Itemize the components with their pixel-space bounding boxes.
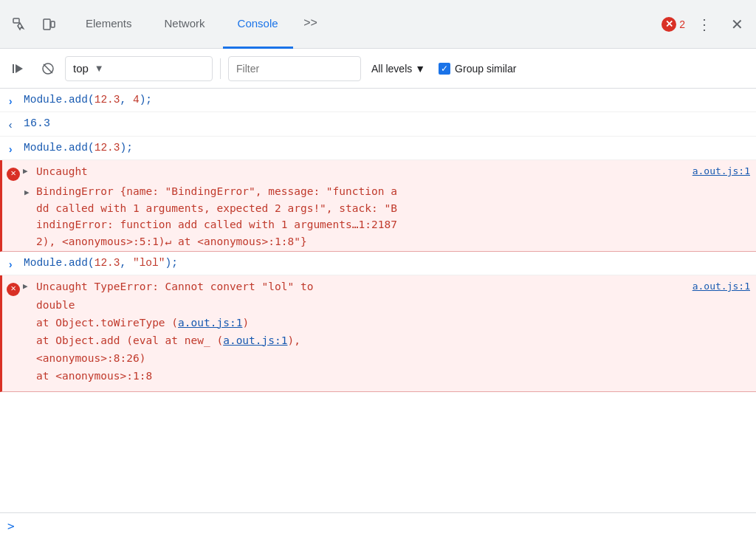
error-source-link-1[interactable]: a.out.js:1 bbox=[693, 164, 750, 179]
svg-rect-2 bbox=[51, 21, 55, 27]
console-input-text: Module.add(12.3, 4); bbox=[24, 92, 750, 109]
console-input-text: Module.add(12.3, "lol"); bbox=[24, 255, 750, 272]
error-header-text-2: Uncaught TypeError: Cannot convert "lol"… bbox=[26, 279, 750, 295]
filter-input-wrap bbox=[228, 56, 361, 81]
tab-bar: Elements Network Console >> ✕ 2 ⋮ ✕ bbox=[0, 0, 756, 49]
console-row: › Module.add(12.3, "lol"); bbox=[0, 252, 756, 275]
output-chevron-icon: ‹ bbox=[7, 117, 13, 134]
close-devtools-button[interactable]: ✕ bbox=[724, 11, 750, 38]
console-prompt-icon: > bbox=[7, 519, 15, 533]
levels-dropdown-arrow: ▼ bbox=[415, 63, 425, 75]
input-chevron-icon: › bbox=[7, 142, 13, 158]
error-icon-2: ✕ bbox=[7, 280, 20, 297]
tab-console[interactable]: Console bbox=[223, 0, 293, 49]
console-row: › Module.add(12.3); bbox=[0, 137, 756, 160]
tab-bar-right: ✕ 2 ⋮ ✕ bbox=[662, 11, 750, 38]
console-row: › Module.add(12.3, 4); bbox=[0, 89, 756, 112]
clear-console-button[interactable] bbox=[35, 56, 61, 81]
tab-elements[interactable]: Elements bbox=[71, 0, 147, 49]
inspect-element-button[interactable] bbox=[6, 11, 32, 38]
group-similar-checkbox[interactable]: ✓ bbox=[439, 63, 450, 75]
devtools-icons bbox=[6, 11, 62, 38]
svg-rect-0 bbox=[13, 18, 19, 23]
context-selector[interactable]: top ▼ bbox=[65, 56, 213, 81]
filter-input[interactable] bbox=[236, 63, 353, 75]
device-toolbar-button[interactable] bbox=[35, 11, 62, 38]
error-header-text: Uncaught a.out.js:1 bbox=[26, 164, 750, 180]
execute-button[interactable] bbox=[6, 56, 31, 81]
group-similar-option[interactable]: ✓ Group similar bbox=[439, 63, 516, 75]
error-body-1: ▶ BindingError {name: "BindingError", me… bbox=[2, 182, 756, 251]
console-toolbar: top ▼ All levels ▼ ✓ Group similar bbox=[0, 49, 756, 89]
svg-rect-1 bbox=[44, 19, 50, 30]
error-expand-arrow-3[interactable]: ▶ bbox=[23, 281, 28, 294]
svg-marker-3 bbox=[16, 64, 23, 73]
error-body-2: double at Object.toWireType (a.out.js:1)… bbox=[2, 297, 756, 391]
input-chevron-icon: › bbox=[7, 257, 13, 273]
svg-line-6 bbox=[44, 64, 52, 73]
more-options-button[interactable]: ⋮ bbox=[691, 11, 718, 38]
console-input-row: > bbox=[0, 512, 756, 539]
error-source-link-2[interactable]: a.out.js:1 bbox=[693, 279, 750, 294]
error-block-2: ✕ ▶ Uncaught TypeError: Cannot convert "… bbox=[0, 275, 756, 391]
tab-more-button[interactable]: >> bbox=[296, 11, 326, 38]
levels-dropdown[interactable]: All levels ▼ bbox=[365, 56, 431, 81]
tab-network[interactable]: Network bbox=[150, 0, 220, 49]
error-circle-icon: ✕ bbox=[662, 17, 676, 32]
error-expand-arrow[interactable]: ▶ bbox=[23, 165, 28, 179]
error-link-add[interactable]: a.out.js:1 bbox=[223, 334, 287, 346]
toolbar-divider bbox=[220, 58, 221, 79]
context-dropdown-arrow: ▼ bbox=[94, 63, 104, 74]
error-link-towiretype[interactable]: a.out.js:1 bbox=[178, 317, 242, 329]
console-input-text: Module.add(12.3); bbox=[24, 140, 750, 157]
error-header-row: ✕ ▶ Uncaught a.out.js:1 bbox=[2, 160, 756, 182]
error-badge: ✕ 2 bbox=[662, 17, 685, 32]
error-icon: ✕ bbox=[7, 165, 20, 182]
input-chevron-icon: › bbox=[7, 94, 13, 110]
console-output-text: 16.3 bbox=[24, 115, 750, 133]
error-expand-arrow-2[interactable]: ▶ bbox=[24, 186, 30, 199]
console-row: ‹ 16.3 bbox=[0, 112, 756, 137]
error-header-row-2: ✕ ▶ Uncaught TypeError: Cannot convert "… bbox=[2, 275, 756, 297]
console-output: › Module.add(12.3, 4); ‹ 16.3 › Module.a… bbox=[0, 89, 756, 512]
error-block-1: ✕ ▶ Uncaught a.out.js:1 ▶ BindingError {… bbox=[0, 160, 756, 252]
console-input[interactable] bbox=[21, 521, 750, 532]
